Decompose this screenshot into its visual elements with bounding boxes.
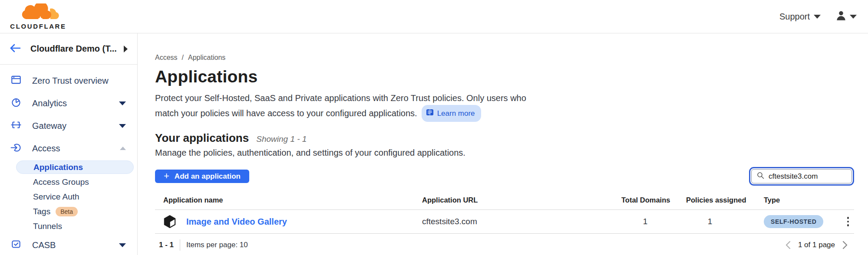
type-badge: SELF-HOSTED (764, 215, 823, 228)
sidebar-item-label: Access (32, 144, 60, 154)
chevron-right-icon[interactable] (842, 241, 848, 249)
applications-table: Application name Application URL Total D… (155, 196, 854, 234)
table-header-row: Application name Application URL Total D… (155, 196, 854, 210)
sidebar-item-label: Analytics (32, 98, 67, 108)
sidebar-nav: Zero Trust overview Analytics (0, 65, 137, 255)
sidebar-item-applications[interactable]: Applications (16, 160, 134, 174)
account-name: Cloudflare Demo (T... (30, 44, 124, 54)
sidebar-item-label: Gateway (32, 121, 66, 131)
table-footer: 1 - 1 Items per page: 10 1 of 1 page (155, 239, 854, 251)
breadcrumb-access[interactable]: Access (155, 54, 178, 62)
support-menu[interactable]: Support (779, 12, 821, 22)
chevron-down-icon (119, 101, 126, 105)
user-menu[interactable] (835, 10, 857, 23)
analytics-pie-icon (10, 97, 22, 110)
plus-icon: + (164, 171, 169, 181)
sidebar-item-access[interactable]: Access (0, 137, 137, 160)
back-arrow-icon[interactable] (10, 43, 21, 55)
items-per-page: Items per page: 10 (186, 241, 248, 249)
sidebar-item-zero-trust-overview[interactable]: Zero Trust overview (0, 69, 137, 92)
search-icon (757, 172, 764, 181)
overview-window-icon (10, 74, 22, 88)
access-login-icon (10, 142, 22, 155)
column-application-url: Application URL (422, 196, 621, 204)
gateway-icon (10, 119, 22, 133)
showing-count: Showing 1 - 1 (256, 134, 307, 144)
breadcrumb-applications: Applications (188, 54, 225, 62)
description-line2: match your policies will have access to … (155, 108, 417, 118)
page-info: 1 of 1 page (798, 241, 835, 249)
page-title: Applications (155, 67, 854, 86)
sidebar-item-label: CASB (32, 240, 56, 250)
column-policies-assigned: Policies assigned (686, 196, 764, 204)
footer-divider (180, 239, 180, 251)
column-total-domains: Total Domains (621, 196, 686, 204)
items-range: 1 - 1 (159, 241, 174, 249)
breadcrumb-separator: / (182, 54, 184, 62)
chevron-down-icon (119, 243, 126, 247)
sidebar-item-analytics[interactable]: Analytics (0, 92, 137, 114)
user-avatar-icon (835, 10, 847, 23)
beta-badge: Beta (56, 207, 78, 216)
access-subnav: Applications Access Groups Service Auth … (0, 160, 137, 234)
section-subtitle: Manage the policies, authentication, and… (155, 148, 854, 158)
chevron-left-icon[interactable] (785, 241, 791, 249)
main-content: Access / Applications Applications Prote… (138, 33, 868, 255)
sidebar: Cloudflare Demo (T... Zero Trust overvie… (0, 33, 138, 255)
learn-more-label: Learn more (437, 107, 475, 120)
search-input[interactable] (769, 172, 846, 181)
description-line1: Protect your Self-Hosted, SaaS and Priva… (155, 93, 526, 103)
learn-more-button[interactable]: Learn more (422, 105, 481, 122)
support-label: Support (779, 12, 810, 22)
sidebar-item-access-groups[interactable]: Access Groups (0, 175, 137, 190)
chevron-up-icon (120, 147, 126, 150)
casb-check-icon (10, 239, 22, 252)
subitem-label: Service Auth (33, 192, 79, 202)
application-url-cell: cftestsite3.com (422, 217, 621, 226)
app-cube-icon (162, 214, 178, 229)
subitem-label: Tags (33, 207, 50, 216)
chevron-down-icon (850, 15, 857, 19)
cloudflare-logo: CLOUDFLARE (10, 3, 67, 30)
sidebar-item-tunnels[interactable]: Tunnels (0, 219, 137, 234)
docs-book-icon (426, 107, 434, 120)
sidebar-item-service-auth[interactable]: Service Auth (0, 190, 137, 204)
policies-assigned-cell: 1 (686, 217, 734, 226)
subitem-label: Applications (33, 163, 83, 172)
subitem-label: Access Groups (33, 177, 89, 187)
add-application-button[interactable]: + Add an application (155, 170, 249, 183)
table-row: Image and Video Gallery cftestsite3.com … (155, 210, 854, 234)
column-type: Type (764, 196, 846, 204)
sidebar-item-gateway[interactable]: Gateway (0, 114, 137, 137)
expand-right-icon[interactable] (124, 46, 128, 52)
top-bar: CLOUDFLARE Support (0, 0, 868, 33)
sidebar-item-casb[interactable]: CASB (0, 234, 137, 255)
section-title: Your applications (155, 131, 249, 145)
sidebar-item-label: Zero Trust overview (32, 76, 109, 86)
cloudflare-logo-text: CLOUDFLARE (10, 23, 66, 30)
chevron-down-icon (119, 124, 126, 128)
cloudflare-cloud-icon (17, 3, 59, 23)
column-application-name: Application name (155, 196, 422, 204)
breadcrumb: Access / Applications (155, 54, 854, 62)
subitem-label: Tunnels (33, 222, 62, 231)
sidebar-item-tags[interactable]: Tags Beta (0, 204, 137, 219)
kebab-menu-icon[interactable] (847, 217, 855, 226)
total-domains-cell: 1 (621, 217, 669, 226)
page-description: Protect your Self-Hosted, SaaS and Priva… (155, 92, 854, 122)
chevron-down-icon (814, 15, 821, 19)
add-application-label: Add an application (175, 172, 241, 181)
application-name-link[interactable]: Image and Video Gallery (186, 217, 287, 227)
sidebar-account-header: Cloudflare Demo (T... (0, 33, 137, 65)
application-search (749, 167, 854, 186)
